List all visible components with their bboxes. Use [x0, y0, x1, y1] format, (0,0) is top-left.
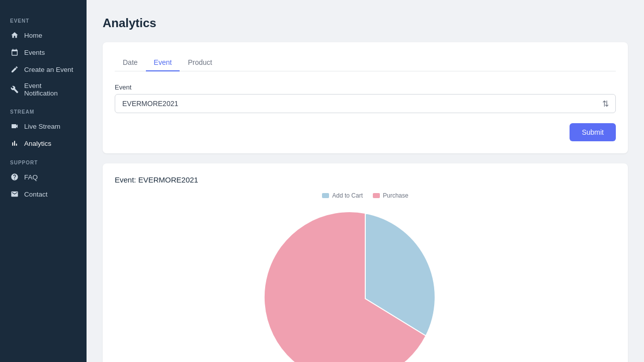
legend-label-purchase: Purchase [383, 192, 409, 199]
question-icon [10, 172, 19, 182]
submit-button[interactable]: Submit [570, 123, 616, 141]
sidebar-item-faq[interactable]: FAQ [0, 168, 87, 186]
edit-icon [10, 65, 19, 74]
sidebar-item-event-notification[interactable]: Event Notification [0, 78, 87, 101]
wrench-icon [10, 85, 19, 94]
sidebar-item-analytics[interactable]: Analytics [0, 135, 87, 152]
sidebar-section-event: EVENT Home Events Create an Event Event … [0, 10, 87, 101]
filter-card: Date Event Product Event EVERMORE2021 EV… [103, 42, 628, 153]
sidebar-section-label-stream: STREAM [0, 101, 87, 118]
sidebar-item-label: FAQ [24, 173, 38, 181]
sidebar-item-label: Event Notification [24, 82, 76, 97]
sidebar-item-home[interactable]: Home [0, 27, 87, 44]
legend-purchase: Purchase [373, 192, 409, 199]
sidebar-item-create-event[interactable]: Create an Event [0, 61, 87, 78]
contact-icon [10, 190, 19, 199]
tab-bar: Date Event Product [115, 54, 616, 71]
sidebar-section-label-event: EVENT [0, 10, 87, 27]
page-title: Analytics [103, 16, 628, 30]
sidebar-item-label: Create an Event [24, 66, 73, 73]
tab-event[interactable]: Event [146, 54, 180, 71]
tab-date[interactable]: Date [115, 54, 146, 71]
event-select[interactable]: EVERMORE2021 EVERMORE2020 EVERMORE2019 [115, 94, 616, 113]
main-content: Analytics Date Event Product Event EVERM… [87, 0, 644, 362]
legend-dot-add-to-cart [322, 193, 329, 198]
legend-add-to-cart: Add to Cart [322, 192, 363, 199]
sidebar-item-label: Events [24, 49, 45, 56]
sidebar-item-events[interactable]: Events [0, 44, 87, 61]
event-field-label: Event [115, 83, 616, 91]
sidebar: EVENT Home Events Create an Event Event … [0, 0, 87, 362]
pie-chart-container [115, 203, 616, 362]
sidebar-item-label: Analytics [24, 140, 51, 147]
legend-dot-purchase [373, 193, 380, 198]
tab-product[interactable]: Product [180, 54, 220, 71]
bar-chart-icon [10, 139, 19, 148]
sidebar-section-label-support: SUPPORT [0, 152, 87, 168]
pie-chart [245, 203, 486, 362]
submit-row: Submit [115, 123, 616, 141]
sidebar-item-label: Contact [24, 191, 48, 198]
stream-icon [10, 122, 19, 131]
sidebar-section-stream: STREAM Live Stream Analytics [0, 101, 87, 152]
sidebar-section-support: SUPPORT FAQ Contact [0, 152, 87, 203]
sidebar-item-label: Live Stream [24, 123, 60, 130]
event-select-wrapper: EVERMORE2021 EVERMORE2020 EVERMORE2019 ⇅ [115, 94, 616, 113]
chart-title: Event: EVERMORE2021 [115, 175, 616, 184]
sidebar-item-live-stream[interactable]: Live Stream [0, 118, 87, 135]
chart-card: Event: EVERMORE2021 Add to Cart Purchase [103, 163, 628, 362]
calendar-icon [10, 48, 19, 57]
sidebar-item-contact[interactable]: Contact [0, 186, 87, 203]
sidebar-item-label: Home [24, 32, 42, 39]
legend-label-add-to-cart: Add to Cart [332, 192, 363, 199]
chart-legend: Add to Cart Purchase [115, 192, 616, 199]
event-field: Event EVERMORE2021 EVERMORE2020 EVERMORE… [115, 83, 616, 113]
home-icon [10, 31, 19, 40]
